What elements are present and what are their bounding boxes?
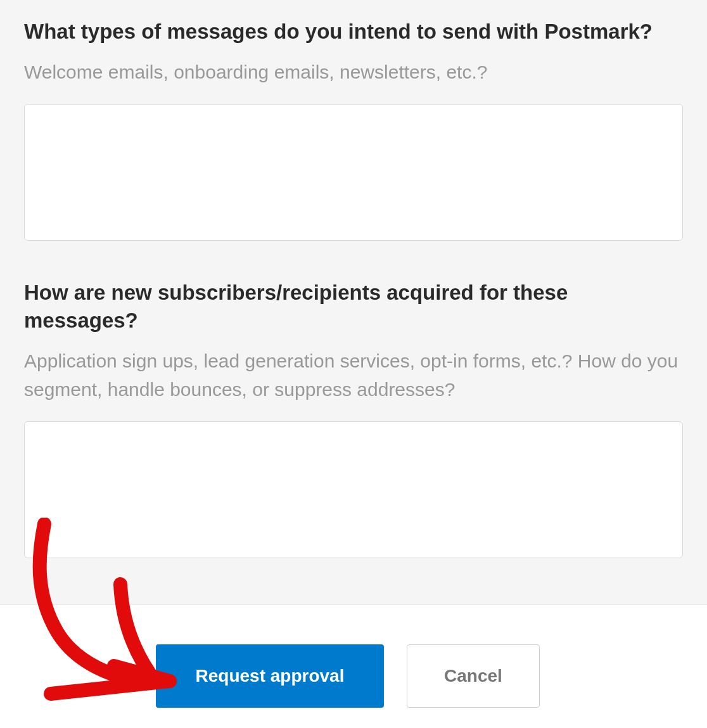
question-subscriber-acquisition: How are new subscribers/recipients acqui… (24, 279, 683, 561)
question-label: How are new subscribers/recipients acqui… (24, 279, 683, 335)
question-hint: Application sign ups, lead generation se… (24, 347, 683, 404)
footer-bar: Request approval Cancel (0, 604, 707, 728)
cancel-button[interactable]: Cancel (407, 644, 540, 708)
question-message-types: What types of messages do you intend to … (24, 18, 683, 243)
question-label: What types of messages do you intend to … (24, 18, 683, 46)
question-hint: Welcome emails, onboarding emails, newsl… (24, 58, 683, 86)
message-types-input[interactable] (24, 104, 683, 241)
form-area: What types of messages do you intend to … (0, 0, 707, 628)
request-approval-button[interactable]: Request approval (156, 644, 384, 708)
subscriber-acquisition-input[interactable] (24, 421, 683, 558)
